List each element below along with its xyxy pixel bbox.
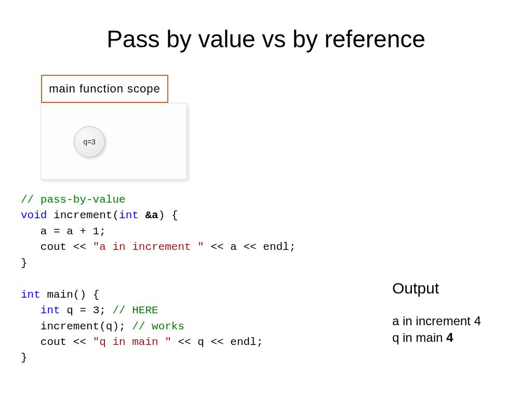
code-block: // pass-by-value void increment(int &a) …: [21, 192, 296, 366]
code-text: << a << endl;: [204, 241, 296, 253]
code-text: cout <<: [21, 241, 93, 253]
output-heading: Output: [392, 280, 481, 297]
scope-label-box: main function scope: [41, 75, 168, 103]
code-ref-param: &a: [145, 209, 158, 221]
code-text: q = 3;: [60, 304, 113, 316]
code-text: [139, 209, 145, 221]
scope-body-box: [41, 103, 187, 180]
code-kw-int: int: [41, 304, 60, 316]
code-text: [21, 304, 41, 316]
code-text: a = a + 1;: [21, 225, 106, 237]
output-section: Output a in increment 4 q in main 4: [392, 280, 481, 347]
code-string: "a in increment ": [93, 241, 204, 253]
code-comment: // pass-by-value: [21, 194, 126, 206]
output-text: q in main: [392, 330, 446, 344]
code-comment: // works: [132, 321, 184, 332]
code-comment: // HERE: [112, 304, 158, 316]
code-kw-int: int: [21, 289, 41, 301]
code-text: increment(q);: [21, 321, 132, 332]
output-line-1: a in increment 4: [392, 313, 481, 329]
code-text: << q << endl;: [171, 336, 263, 348]
output-value-bold: 4: [446, 330, 453, 344]
slide-title: Pass by value vs by reference: [0, 25, 532, 53]
variable-text: q=3: [83, 138, 96, 146]
output-value: 4: [474, 314, 481, 328]
variable-circle: q=3: [74, 126, 105, 157]
code-text: }: [21, 352, 28, 364]
output-text: a in increment: [392, 314, 474, 328]
code-text: cout <<: [21, 336, 93, 348]
code-text: main() {: [41, 289, 99, 301]
output-line-2: q in main 4: [392, 329, 481, 346]
code-string: "q in main ": [93, 336, 171, 348]
code-kw-int: int: [119, 209, 139, 221]
code-text: }: [21, 257, 28, 269]
code-text: ) {: [158, 209, 178, 221]
code-text: increment(: [47, 209, 119, 221]
code-kw-void: void: [21, 209, 47, 221]
scope-label-text: main function scope: [49, 82, 161, 96]
